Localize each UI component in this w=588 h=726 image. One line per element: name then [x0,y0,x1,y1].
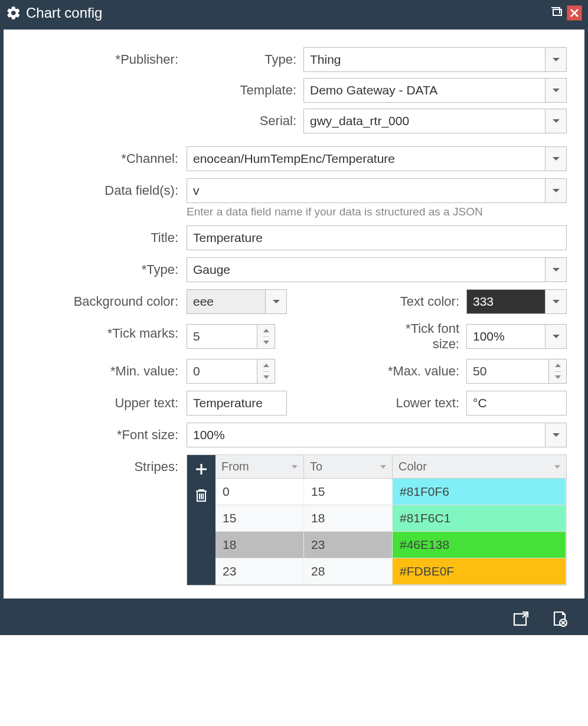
title-label: Title: [21,225,187,246]
spin-up-icon[interactable] [263,359,269,372]
spin-down-icon[interactable] [555,372,561,384]
min-value-label: *Min. value: [21,359,187,379]
form-body: *Publisher: Type: Thing Template: [4,30,584,599]
chevron-down-icon[interactable] [265,290,286,313]
cell-to[interactable]: 23 [304,532,393,558]
publisher-template-select[interactable]: Demo Gateway - DATA [303,78,567,103]
chevron-down-icon[interactable] [545,325,566,348]
cancel-button[interactable] [549,608,570,629]
table-row[interactable]: 1823#46E138 [215,532,566,558]
spin-down-icon[interactable] [263,337,269,349]
dialog-footer [0,602,588,635]
spin-down-icon[interactable] [263,372,269,384]
chevron-down-icon[interactable] [545,79,566,102]
column-header-to[interactable]: To [304,455,393,478]
spin-up-icon[interactable] [555,359,561,372]
serial-label: Serial: [187,113,303,129]
window-title: Chart config [26,5,545,21]
publisher-label: *Publisher: [21,47,187,67]
stripes-grid: From To Color 015 [215,455,566,585]
data-fields-label: Data field(s): [21,178,187,198]
chart-type-label: *Type: [21,257,187,277]
type-label: Type: [187,52,303,67]
text-color-label: Text color: [377,294,466,309]
chevron-down-icon[interactable] [545,48,566,71]
stripes-label: Stripes: [21,454,187,475]
add-stripe-button[interactable] [191,459,212,480]
chart-config-window: Chart config *Publisher: Type: Thing [0,0,588,635]
save-button[interactable] [510,608,531,629]
table-row[interactable]: 015#81F0F6 [215,479,566,505]
tick-font-size-label: *Tick font size: [377,321,466,352]
chevron-down-icon[interactable] [545,423,566,447]
font-size-label: *Font size: [21,423,187,443]
delete-stripe-button[interactable] [191,485,212,506]
tick-marks-label: *Tick marks: [21,321,187,341]
publisher-type-select[interactable]: Thing [303,47,567,72]
column-header-from[interactable]: From [215,455,304,478]
cell-to[interactable]: 28 [304,558,393,584]
cell-color[interactable]: #81F6C1 [393,505,566,531]
data-fields-select[interactable]: v [187,178,567,203]
spin-up-icon[interactable] [263,325,269,337]
chevron-down-icon[interactable] [545,290,566,313]
cell-from[interactable]: 15 [215,505,304,531]
lower-text-label: Lower text: [377,395,466,411]
max-value-label: *Max. value: [377,364,466,379]
tick-marks-input[interactable]: 5 [187,324,275,349]
chart-type-select[interactable]: Gauge [187,257,567,282]
title-input[interactable]: Temperature [187,225,567,250]
cell-color[interactable]: #46E138 [393,532,566,558]
font-size-select[interactable]: 100% [187,423,567,447]
column-header-color[interactable]: Color [393,455,566,478]
template-label: Template: [187,83,303,98]
max-value-input[interactable]: 50 [466,359,567,384]
bg-color-label: Background color: [21,289,187,309]
stripes-toolbar [187,455,215,585]
cell-color[interactable]: #81F0F6 [393,479,566,505]
cell-from[interactable]: 23 [215,558,304,584]
chevron-down-icon[interactable] [545,179,566,202]
restore-button[interactable] [550,6,563,20]
tick-font-size-select[interactable]: 100% [466,324,567,349]
chevron-down-icon[interactable] [545,258,566,282]
upper-text-input[interactable]: Temperature [187,391,287,416]
publisher-serial-select[interactable]: gwy_data_rtr_000 [303,109,567,133]
upper-text-label: Upper text: [21,391,187,411]
cell-to[interactable]: 18 [304,505,393,531]
table-row[interactable]: 1518#81F6C1 [215,505,566,532]
channel-label: *Channel: [21,146,187,166]
table-row[interactable]: 2328#FDBE0F [215,558,566,585]
gear-icon [6,5,21,21]
cell-color[interactable]: #FDBE0F [393,558,566,584]
data-fields-help: Enter a data field name if your data is … [187,205,567,218]
chevron-down-icon[interactable] [545,147,566,171]
lower-text-input[interactable]: °C [466,391,567,416]
stripes-editor: From To Color 015 [187,454,567,586]
channel-select[interactable]: enocean/HumTempEnc/Temperature [187,146,567,171]
text-color-select[interactable]: 333 [466,289,567,314]
titlebar: Chart config [0,0,588,26]
cell-from[interactable]: 18 [215,532,304,558]
min-value-input[interactable]: 0 [187,359,275,384]
cell-from[interactable]: 0 [215,479,304,505]
bg-color-select[interactable]: eee [187,289,287,314]
close-button[interactable] [567,5,582,21]
cell-to[interactable]: 15 [304,479,393,505]
chevron-down-icon[interactable] [545,109,566,133]
